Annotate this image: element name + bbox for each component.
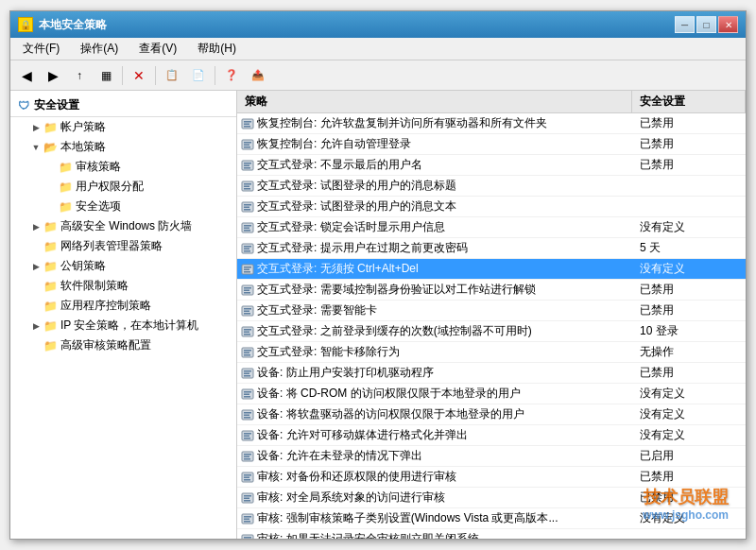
table-row[interactable]: 交互式登录: 试图登录的用户的消息标题 bbox=[237, 176, 746, 197]
svg-rect-21 bbox=[244, 225, 251, 227]
forward-button[interactable]: ▶ bbox=[41, 64, 65, 87]
help-button[interactable]: ❓ bbox=[219, 64, 244, 87]
table-row[interactable]: 交互式登录: 锁定会话时显示用户信息没有定义 bbox=[237, 217, 746, 238]
policy-text: 设备: 允许对可移动媒体进行格式化并弹出 bbox=[257, 427, 468, 443]
table-row[interactable]: 交互式登录: 智能卡移除行为无操作 bbox=[237, 342, 746, 363]
sidebar-item-app-control[interactable]: 📁 应用程序控制策略 bbox=[10, 296, 236, 316]
policy-text: 设备: 将 CD-ROM 的访问权限仅限于本地登录的用户 bbox=[257, 386, 521, 402]
policy-cell: 交互式登录: 之前登录到缓存的次数(域控制器不可用时) bbox=[237, 321, 632, 341]
policy-row-icon bbox=[241, 284, 254, 297]
security-column-header[interactable]: 安全设置 bbox=[632, 91, 746, 112]
table-row[interactable]: 审核: 对备份和还原权限的使用进行审核已禁用 bbox=[237, 467, 746, 488]
minimize-button[interactable]: ─ bbox=[675, 16, 695, 33]
table-row[interactable]: 设备: 允许对可移动媒体进行格式化并弹出没有定义 bbox=[237, 425, 746, 446]
svg-rect-73 bbox=[244, 495, 251, 497]
svg-rect-11 bbox=[244, 167, 250, 169]
content-area: 策略 安全设置 恢复控制台: 允许软盘复制并访问所有驱动器和所有文件夹已禁用恢复… bbox=[237, 91, 746, 539]
svg-rect-35 bbox=[244, 292, 250, 294]
table-row[interactable]: 设备: 防止用户安装打印机驱动程序已禁用 bbox=[237, 363, 746, 384]
back-button[interactable]: ◀ bbox=[14, 64, 39, 87]
table-row[interactable]: 设备: 将软盘驱动器的访问权限仅限于本地登录的用户没有定义 bbox=[237, 404, 746, 425]
policy-text: 交互式登录: 提示用户在过期之前更改密码 bbox=[257, 240, 468, 256]
svg-rect-78 bbox=[244, 518, 249, 520]
policy-text: 审核: 对备份和还原权限的使用进行审核 bbox=[257, 469, 456, 485]
export-button[interactable]: 📤 bbox=[246, 64, 270, 87]
table-row[interactable]: 设备: 将 CD-ROM 的访问权限仅限于本地登录的用户没有定义 bbox=[237, 384, 746, 404]
svg-rect-3 bbox=[244, 126, 250, 128]
svg-rect-30 bbox=[244, 268, 249, 270]
svg-rect-43 bbox=[244, 334, 250, 335]
sidebar-item-advanced-audit[interactable]: 📁 高级审核策略配置 bbox=[10, 335, 236, 355]
public-key-folder-icon: 📁 bbox=[43, 260, 58, 273]
table-row[interactable]: 审核: 强制审核策略子类别设置(Windows Vista 或更高版本...没有… bbox=[237, 508, 746, 529]
table-row[interactable]: 交互式登录: 提示用户在过期之前更改密码5 天 bbox=[237, 238, 746, 259]
sidebar-item-network-list[interactable]: 📁 网络列表管理器策略 bbox=[10, 236, 236, 256]
svg-rect-75 bbox=[244, 500, 250, 502]
table-row[interactable]: 交互式登录: 无须按 Ctrl+Alt+Del没有定义 bbox=[237, 259, 746, 280]
menu-action[interactable]: 操作(A) bbox=[72, 38, 127, 60]
sidebar-item-security-options[interactable]: 📁 安全选项 bbox=[10, 197, 236, 216]
policy-cell: 设备: 将 CD-ROM 的访问权限仅限于本地登录的用户 bbox=[237, 384, 632, 404]
security-cell: 已禁用 bbox=[632, 155, 746, 175]
svg-rect-23 bbox=[244, 230, 250, 232]
svg-rect-77 bbox=[244, 516, 251, 518]
policy-text: 交互式登录: 需要域控制器身份验证以对工作站进行解锁 bbox=[257, 282, 536, 298]
security-cell: 5 天 bbox=[632, 238, 746, 258]
policy-text: 恢复控制台: 允许自动管理登录 bbox=[257, 136, 411, 152]
toolbar: ◀ ▶ ↑ ▦ ✕ 📋 📄 ❓ 📤 bbox=[10, 60, 746, 91]
policy-cell: 交互式登录: 无须按 Ctrl+Alt+Del bbox=[237, 259, 632, 279]
svg-rect-63 bbox=[244, 438, 250, 439]
properties2-button[interactable]: 📄 bbox=[186, 64, 211, 87]
svg-rect-39 bbox=[244, 313, 250, 315]
maximize-button[interactable]: □ bbox=[696, 16, 716, 33]
sidebar-item-local-policy[interactable]: ▼ 📂 本地策略 bbox=[10, 137, 236, 157]
network-folder-icon: 📁 bbox=[43, 240, 58, 253]
table-row[interactable]: 交互式登录: 之前登录到缓存的次数(域控制器不可用时)10 登录 bbox=[237, 321, 746, 342]
up-button[interactable]: ↑ bbox=[67, 64, 92, 87]
ip-security-folder-icon: 📁 bbox=[43, 319, 58, 333]
svg-rect-31 bbox=[244, 271, 250, 273]
svg-rect-9 bbox=[244, 163, 251, 164]
policy-cell: 交互式登录: 智能卡移除行为 bbox=[237, 342, 632, 362]
svg-rect-1 bbox=[244, 121, 251, 123]
table-row[interactable]: 交互式登录: 不显示最后的用户名已禁用 bbox=[237, 155, 746, 176]
policy-cell: 设备: 防止用户安装打印机驱动程序 bbox=[237, 363, 632, 383]
table-row[interactable]: 审核: 对全局系统对象的访问进行审核已禁用 bbox=[237, 488, 746, 508]
table-row[interactable]: 交互式登录: 需要智能卡已禁用 bbox=[237, 301, 746, 321]
sidebar-item-account-policy[interactable]: ▶ 📁 帐户策略 bbox=[10, 117, 236, 137]
policy-text: 交互式登录: 锁定会话时显示用户信息 bbox=[257, 219, 445, 235]
sidebar-item-user-rights[interactable]: 📁 用户权限分配 bbox=[10, 177, 236, 197]
table-row[interactable]: 审核: 如果无法记录安全审核则立即关闭系统 bbox=[237, 529, 746, 539]
policy-cell: 交互式登录: 试图登录的用户的消息标题 bbox=[237, 176, 632, 196]
user-rights-folder-icon: 📁 bbox=[58, 180, 73, 194]
sidebar-item-advanced-firewall[interactable]: ▶ 📁 高级安全 Windows 防火墙 bbox=[10, 216, 236, 236]
sidebar-item-audit-policy[interactable]: 📁 审核策略 bbox=[10, 157, 236, 177]
svg-rect-61 bbox=[244, 433, 251, 435]
close-button[interactable]: ✕ bbox=[718, 16, 738, 33]
svg-rect-65 bbox=[244, 454, 251, 455]
policy-row-icon bbox=[241, 180, 254, 193]
sidebar-item-software-restriction[interactable]: 📁 软件限制策略 bbox=[10, 276, 236, 296]
table-row[interactable]: 交互式登录: 试图登录的用户的消息文本 bbox=[237, 197, 746, 217]
table-row[interactable]: 恢复控制台: 允许自动管理登录已禁用 bbox=[237, 134, 746, 155]
policy-row-icon bbox=[241, 450, 254, 463]
svg-rect-7 bbox=[244, 146, 250, 148]
sidebar-item-public-key[interactable]: ▶ 📁 公钥策略 bbox=[10, 256, 236, 276]
menu-file[interactable]: 文件(F) bbox=[14, 38, 68, 60]
svg-rect-10 bbox=[244, 164, 249, 166]
user-rights-label: 用户权限分配 bbox=[76, 179, 144, 195]
sidebar-item-ip-security[interactable]: ▶ 📁 IP 安全策略，在本地计算机 bbox=[10, 316, 236, 335]
table-row[interactable]: 交互式登录: 需要域控制器身份验证以对工作站进行解锁已禁用 bbox=[237, 280, 746, 301]
toggle-tree-button[interactable]: ▦ bbox=[94, 64, 118, 87]
policy-column-header[interactable]: 策略 bbox=[237, 91, 632, 112]
table-row[interactable]: 恢复控制台: 允许软盘复制并访问所有驱动器和所有文件夹已禁用 bbox=[237, 113, 746, 134]
ip-security-label: IP 安全策略，在本地计算机 bbox=[60, 318, 198, 334]
menu-help[interactable]: 帮助(H) bbox=[189, 38, 245, 60]
properties1-button[interactable]: 📋 bbox=[160, 64, 184, 87]
table-row[interactable]: 设备: 允许在未登录的情况下弹出已启用 bbox=[237, 446, 746, 467]
menu-view[interactable]: 查看(V) bbox=[130, 38, 185, 60]
policy-row-icon bbox=[241, 429, 254, 442]
delete-button[interactable]: ✕ bbox=[127, 64, 151, 87]
title-bar-left: 🔒 本地安全策略 bbox=[18, 17, 107, 33]
svg-rect-26 bbox=[244, 248, 249, 249]
